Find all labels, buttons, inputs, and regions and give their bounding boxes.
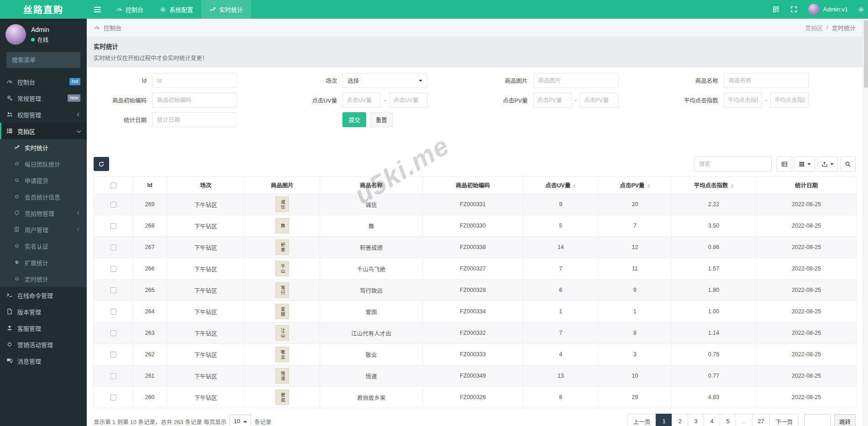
sort-icon[interactable] [731, 183, 734, 189]
export-button[interactable] [817, 156, 838, 171]
submit-button[interactable]: 提交 [342, 112, 366, 127]
page-button[interactable]: 3 [688, 414, 704, 426]
sidebar-item[interactable]: 扩展统计 [0, 254, 87, 270]
product-thumbnail[interactable]: 笃行 [275, 282, 289, 298]
sidebar-item[interactable]: 控制台hot [0, 73, 87, 90]
product-thumbnail[interactable]: 爱国 [275, 304, 289, 319]
columns-button[interactable] [794, 156, 815, 171]
sidebar-item[interactable]: 营销活动管理 [0, 336, 87, 353]
sidebar-item[interactable]: 权限管理 [0, 106, 87, 123]
filter-id-input[interactable] [152, 73, 237, 88]
row-checkbox[interactable] [110, 244, 116, 250]
avatar [5, 24, 26, 45]
sidebar-item[interactable]: 用户管理 [0, 221, 87, 238]
sidebar-item[interactable]: 竞拍物管理 [0, 205, 87, 221]
filter-name-input[interactable] [724, 73, 809, 88]
page-size-select[interactable]: 10 [230, 415, 251, 426]
column-header[interactable]: 点击PV量 [599, 177, 672, 194]
filter-image-input[interactable] [533, 73, 618, 88]
fullscreen-icon[interactable] [790, 6, 797, 13]
row-checkbox[interactable] [110, 309, 116, 315]
filter-avg-min-input[interactable] [724, 93, 762, 108]
page-button[interactable]: 4 [704, 414, 720, 426]
row-checkbox[interactable] [110, 202, 116, 208]
sidebar-item[interactable]: 会员统计信息 [0, 188, 87, 205]
sidebar-menu: 控制台hot常规管理new权限管理竞拍区实时统计每日团队统计申请提货会员统计信息… [0, 73, 87, 369]
sidebar-item[interactable]: 在线命令管理 [0, 287, 87, 303]
product-thumbnail[interactable]: 敬业 [275, 347, 289, 362]
product-thumbnail[interactable]: 江山 [275, 325, 289, 341]
chart-icon [14, 145, 20, 150]
product-thumbnail[interactable]: 千山 [275, 261, 289, 276]
filter-pv-max-input[interactable] [580, 93, 618, 108]
jump-page-input[interactable] [804, 414, 831, 426]
scrollbar-thumb[interactable] [864, 20, 868, 88]
table-row: 265下午钻区笃行笃行致远FZ000328691.802022-08-25 [94, 280, 857, 301]
sidebar-item[interactable]: 常规管理new [0, 90, 87, 106]
sort-icon[interactable] [573, 183, 576, 189]
nav-tab-realtime-stats[interactable]: 实时统计 [201, 0, 251, 19]
jump-button[interactable]: 跳转 [834, 414, 856, 426]
product-thumbnail[interactable]: 悟道 [275, 368, 289, 384]
reset-button[interactable]: 重置 [370, 112, 393, 127]
sidebar-search-input[interactable] [6, 52, 80, 68]
table-search-input[interactable] [694, 156, 772, 171]
sidebar-item[interactable]: 定时统计 [0, 270, 87, 287]
toggle-view-button[interactable] [777, 156, 792, 171]
filter-session-select[interactable]: 选择 [342, 73, 427, 88]
cell-session: 下午钻区 [167, 237, 245, 258]
table-search-button[interactable] [840, 156, 856, 171]
apps-icon[interactable] [773, 6, 779, 13]
refresh-button[interactable] [94, 157, 109, 171]
sidebar-item[interactable]: 每日团队统计 [0, 156, 87, 172]
filter-avg-max-input[interactable] [770, 93, 809, 108]
filter-date-input[interactable] [152, 112, 237, 127]
column-header[interactable]: 平均点击指数 [672, 177, 756, 194]
prev-page-button[interactable]: 上一页 [627, 414, 657, 426]
sidebar-item[interactable]: 消息管理 [0, 353, 87, 369]
sidebar-item[interactable]: 客服管理 [0, 320, 87, 336]
row-checkbox[interactable] [110, 330, 116, 336]
breadcrumb-left[interactable]: 控制台 [104, 23, 121, 32]
breadcrumb-parent[interactable]: 竞拍区 [805, 23, 823, 32]
filter-code-input[interactable] [152, 93, 237, 108]
cell-code: FZ000327 [423, 258, 523, 280]
sidebar-toggle-button[interactable] [87, 0, 108, 19]
sidebar-item[interactable]: 申请提货 [0, 172, 87, 188]
settings-gear-icon[interactable] [858, 0, 864, 19]
nav-tab-console[interactable]: 控制台 [108, 0, 152, 19]
row-checkbox[interactable] [110, 266, 116, 272]
row-checkbox[interactable] [110, 373, 116, 379]
sort-icon[interactable] [647, 183, 650, 189]
product-thumbnail[interactable]: 君自 [275, 390, 289, 405]
product-thumbnail[interactable]: 诚信 [275, 197, 289, 212]
page-button[interactable]: 5 [720, 414, 736, 426]
page-button[interactable]: 1 [656, 414, 672, 426]
page-button[interactable]: 2 [672, 414, 688, 426]
sidebar-item[interactable]: 实时统计 [0, 139, 87, 156]
sidebar-item[interactable]: 实名认证 [0, 238, 87, 254]
scrollbar[interactable] [863, 19, 868, 426]
nav-tab-system-config[interactable]: 系统配置 [152, 0, 201, 19]
breadcrumb-current: 定时统计 [832, 23, 856, 32]
row-checkbox[interactable] [110, 287, 116, 293]
sidebar-user-panel: Admin 在线 [0, 19, 87, 49]
gear-icon [160, 6, 166, 13]
row-checkbox[interactable] [110, 352, 116, 358]
row-checkbox[interactable] [110, 223, 116, 229]
product-thumbnail[interactable]: 积善 [275, 239, 289, 255]
filter-uv-max-input[interactable] [389, 93, 428, 108]
next-page-button[interactable]: 下一页 [769, 414, 799, 426]
sidebar-item[interactable]: 竞拍区 [0, 123, 87, 139]
column-header[interactable]: 点击UV量 [523, 177, 599, 194]
cell-uv: 6 [523, 387, 599, 408]
cell-pv: 12 [599, 237, 672, 258]
filter-pv-min-input[interactable] [533, 93, 572, 108]
user-menu[interactable]: Admin:v1 [808, 4, 848, 15]
row-checkbox[interactable] [110, 395, 116, 400]
product-thumbnail[interactable]: 舞 [275, 218, 289, 234]
filter-uv-min-input[interactable] [342, 93, 381, 108]
page-button[interactable]: 27 [752, 414, 770, 426]
sidebar-item[interactable]: 版本管理 [0, 303, 87, 320]
select-all-checkbox[interactable] [110, 182, 116, 188]
